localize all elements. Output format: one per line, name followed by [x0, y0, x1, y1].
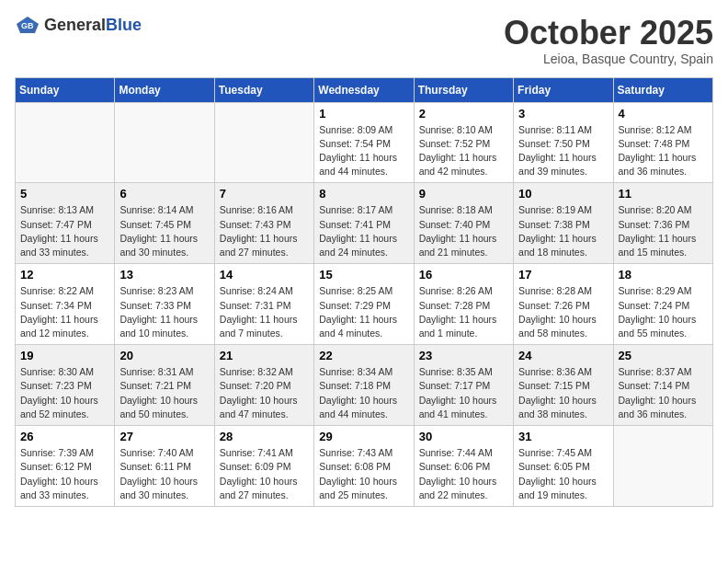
day-number: 4	[619, 107, 708, 121]
calendar-cell: 9Sunrise: 8:18 AM Sunset: 7:40 PM Daylig…	[414, 183, 513, 264]
day-info: Sunrise: 8:37 AM Sunset: 7:14 PM Dayligh…	[619, 365, 708, 421]
calendar-cell: 7Sunrise: 8:16 AM Sunset: 7:43 PM Daylig…	[214, 183, 313, 264]
calendar-cell: 11Sunrise: 8:20 AM Sunset: 7:36 PM Dayli…	[613, 183, 712, 264]
day-number: 20	[119, 349, 209, 362]
day-number: 13	[119, 268, 209, 282]
calendar-cell: 2Sunrise: 8:10 AM Sunset: 7:52 PM Daylig…	[414, 102, 513, 183]
calendar-cell: 25Sunrise: 8:37 AM Sunset: 7:14 PM Dayli…	[613, 345, 712, 426]
calendar-table: SundayMondayTuesdayWednesdayThursdayFrid…	[15, 77, 713, 507]
day-info: Sunrise: 8:28 AM Sunset: 7:26 PM Dayligh…	[518, 284, 608, 340]
calendar-header-row: SundayMondayTuesdayWednesdayThursdayFrid…	[16, 77, 713, 102]
day-info: Sunrise: 8:12 AM Sunset: 7:48 PM Dayligh…	[619, 123, 708, 179]
day-info: Sunrise: 8:13 AM Sunset: 7:47 PM Dayligh…	[20, 203, 109, 259]
calendar-cell: 20Sunrise: 8:31 AM Sunset: 7:21 PM Dayli…	[115, 345, 214, 426]
day-number: 29	[319, 430, 408, 443]
calendar-cell: 22Sunrise: 8:34 AM Sunset: 7:18 PM Dayli…	[314, 345, 414, 426]
day-number: 3	[518, 107, 608, 121]
title-block: October 2025 Leioa, Basque Country, Spai…	[504, 15, 713, 66]
calendar-cell	[115, 102, 214, 183]
day-number: 17	[518, 268, 608, 282]
day-number: 15	[319, 268, 408, 282]
month-title: October 2025	[504, 15, 713, 52]
day-number: 11	[619, 187, 708, 201]
day-number: 25	[619, 349, 708, 362]
day-info: Sunrise: 8:14 AM Sunset: 7:45 PM Dayligh…	[119, 203, 209, 259]
day-number: 6	[119, 187, 209, 201]
day-info: Sunrise: 8:11 AM Sunset: 7:50 PM Dayligh…	[518, 123, 608, 179]
calendar-header-saturday: Saturday	[613, 77, 712, 102]
day-number: 26	[20, 430, 109, 443]
day-info: Sunrise: 7:39 AM Sunset: 6:12 PM Dayligh…	[20, 446, 109, 502]
day-info: Sunrise: 7:41 AM Sunset: 6:09 PM Dayligh…	[220, 446, 309, 502]
day-number: 28	[220, 430, 309, 443]
page-header: GB GeneralBlue October 2025 Leioa, Basqu…	[15, 15, 713, 66]
day-number: 14	[220, 268, 309, 282]
calendar-week-row: 19Sunrise: 8:30 AM Sunset: 7:23 PM Dayli…	[16, 345, 713, 426]
calendar-cell	[613, 426, 712, 507]
day-info: Sunrise: 7:43 AM Sunset: 6:08 PM Dayligh…	[319, 446, 408, 502]
calendar-cell: 5Sunrise: 8:13 AM Sunset: 7:47 PM Daylig…	[16, 183, 115, 264]
day-number: 23	[419, 349, 508, 362]
day-number: 5	[20, 187, 109, 201]
day-number: 27	[119, 430, 209, 443]
day-info: Sunrise: 8:25 AM Sunset: 7:29 PM Dayligh…	[319, 284, 408, 340]
day-info: Sunrise: 8:24 AM Sunset: 7:31 PM Dayligh…	[220, 284, 309, 340]
calendar-header-thursday: Thursday	[414, 77, 513, 102]
calendar-week-row: 12Sunrise: 8:22 AM Sunset: 7:34 PM Dayli…	[16, 264, 713, 345]
day-info: Sunrise: 7:40 AM Sunset: 6:11 PM Dayligh…	[119, 446, 209, 502]
calendar-header-wednesday: Wednesday	[314, 77, 414, 102]
calendar-cell: 30Sunrise: 7:44 AM Sunset: 6:06 PM Dayli…	[414, 426, 513, 507]
calendar-week-row: 26Sunrise: 7:39 AM Sunset: 6:12 PM Dayli…	[16, 426, 713, 507]
day-number: 21	[220, 349, 309, 362]
calendar-cell: 23Sunrise: 8:35 AM Sunset: 7:17 PM Dayli…	[414, 345, 513, 426]
calendar-header-sunday: Sunday	[16, 77, 115, 102]
day-info: Sunrise: 8:31 AM Sunset: 7:21 PM Dayligh…	[119, 365, 209, 421]
day-info: Sunrise: 8:29 AM Sunset: 7:24 PM Dayligh…	[619, 284, 708, 340]
calendar-cell: 17Sunrise: 8:28 AM Sunset: 7:26 PM Dayli…	[514, 264, 613, 345]
day-number: 18	[619, 268, 708, 282]
day-number: 30	[419, 430, 508, 443]
calendar-cell	[16, 102, 115, 183]
calendar-cell: 3Sunrise: 8:11 AM Sunset: 7:50 PM Daylig…	[514, 102, 613, 183]
day-number: 22	[319, 349, 408, 362]
day-number: 7	[220, 187, 309, 201]
calendar-cell: 16Sunrise: 8:26 AM Sunset: 7:28 PM Dayli…	[414, 264, 513, 345]
day-info: Sunrise: 8:09 AM Sunset: 7:54 PM Dayligh…	[319, 123, 408, 179]
calendar-cell: 24Sunrise: 8:36 AM Sunset: 7:15 PM Dayli…	[514, 345, 613, 426]
calendar-cell: 15Sunrise: 8:25 AM Sunset: 7:29 PM Dayli…	[314, 264, 414, 345]
day-info: Sunrise: 8:10 AM Sunset: 7:52 PM Dayligh…	[419, 123, 508, 179]
day-number: 12	[20, 268, 109, 282]
day-info: Sunrise: 8:20 AM Sunset: 7:36 PM Dayligh…	[619, 203, 708, 259]
day-info: Sunrise: 8:19 AM Sunset: 7:38 PM Dayligh…	[518, 203, 608, 259]
day-info: Sunrise: 8:17 AM Sunset: 7:41 PM Dayligh…	[319, 203, 408, 259]
day-number: 1	[319, 107, 408, 121]
day-number: 2	[419, 107, 508, 121]
calendar-cell: 26Sunrise: 7:39 AM Sunset: 6:12 PM Dayli…	[16, 426, 115, 507]
calendar-header-monday: Monday	[115, 77, 214, 102]
calendar-header-tuesday: Tuesday	[214, 77, 313, 102]
calendar-header-friday: Friday	[514, 77, 613, 102]
calendar-cell: 10Sunrise: 8:19 AM Sunset: 7:38 PM Dayli…	[514, 183, 613, 264]
calendar-cell: 13Sunrise: 8:23 AM Sunset: 7:33 PM Dayli…	[115, 264, 214, 345]
day-info: Sunrise: 7:44 AM Sunset: 6:06 PM Dayligh…	[419, 446, 508, 502]
calendar-cell: 29Sunrise: 7:43 AM Sunset: 6:08 PM Dayli…	[314, 426, 414, 507]
logo: GB GeneralBlue	[15, 15, 142, 35]
calendar-week-row: 5Sunrise: 8:13 AM Sunset: 7:47 PM Daylig…	[16, 183, 713, 264]
day-info: Sunrise: 8:32 AM Sunset: 7:20 PM Dayligh…	[220, 365, 309, 421]
calendar-cell: 28Sunrise: 7:41 AM Sunset: 6:09 PM Dayli…	[214, 426, 313, 507]
day-info: Sunrise: 8:30 AM Sunset: 7:23 PM Dayligh…	[20, 365, 109, 421]
day-info: Sunrise: 8:35 AM Sunset: 7:17 PM Dayligh…	[419, 365, 508, 421]
logo-icon: GB	[15, 15, 40, 35]
calendar-cell: 18Sunrise: 8:29 AM Sunset: 7:24 PM Dayli…	[613, 264, 712, 345]
day-info: Sunrise: 8:16 AM Sunset: 7:43 PM Dayligh…	[220, 203, 309, 259]
day-info: Sunrise: 7:45 AM Sunset: 6:05 PM Dayligh…	[518, 446, 608, 502]
day-info: Sunrise: 8:34 AM Sunset: 7:18 PM Dayligh…	[319, 365, 408, 421]
day-number: 9	[419, 187, 508, 201]
calendar-cell: 12Sunrise: 8:22 AM Sunset: 7:34 PM Dayli…	[16, 264, 115, 345]
calendar-cell: 6Sunrise: 8:14 AM Sunset: 7:45 PM Daylig…	[115, 183, 214, 264]
calendar-week-row: 1Sunrise: 8:09 AM Sunset: 7:54 PM Daylig…	[16, 102, 713, 183]
day-number: 16	[419, 268, 508, 282]
calendar-cell: 21Sunrise: 8:32 AM Sunset: 7:20 PM Dayli…	[214, 345, 313, 426]
day-number: 8	[319, 187, 408, 201]
day-number: 19	[20, 349, 109, 362]
